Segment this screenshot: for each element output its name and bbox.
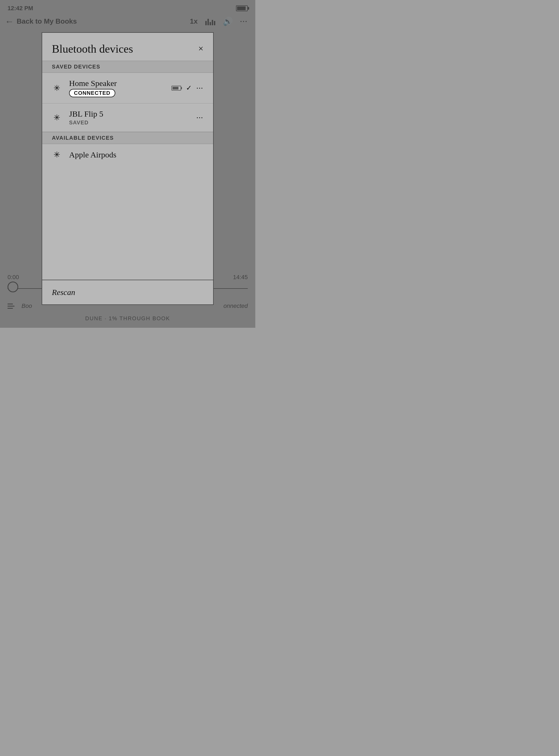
device-apple-airpods[interactable]: ✳ Apple Airpods: [42, 144, 213, 165]
modal-title: Bluetooth devices: [52, 42, 133, 55]
jbl-actions: ···: [197, 114, 204, 121]
jbl-info: JBL Flip 5 SAVED: [69, 109, 197, 126]
saved-devices-header: SAVED DEVICES: [42, 61, 213, 73]
modal-footer: Rescan: [42, 280, 213, 304]
close-button[interactable]: ×: [198, 44, 203, 53]
airpods-name: Apple Airpods: [69, 150, 203, 159]
available-devices-label: AVAILABLE DEVICES: [52, 135, 114, 141]
bluetooth-modal: Bluetooth devices × SAVED DEVICES ✳ Home…: [42, 32, 214, 305]
device-jbl-flip5[interactable]: ✳ JBL Flip 5 SAVED ···: [42, 104, 213, 132]
bluetooth-icon-home-speaker: ✳: [52, 83, 62, 93]
home-speaker-status: CONNECTED: [69, 89, 115, 97]
home-speaker-actions: ✓ ···: [172, 84, 204, 92]
home-speaker-info: Home Speaker CONNECTED: [69, 79, 172, 97]
home-speaker-battery-icon: [172, 86, 181, 91]
jbl-name: JBL Flip 5: [69, 109, 197, 118]
rescan-button[interactable]: Rescan: [52, 288, 75, 297]
home-speaker-name: Home Speaker: [69, 79, 172, 88]
home-speaker-check-icon: ✓: [186, 84, 192, 92]
device-home-speaker[interactable]: ✳ Home Speaker CONNECTED ✓ ···: [42, 73, 213, 104]
airpods-info: Apple Airpods: [69, 150, 203, 159]
bluetooth-icon-jbl: ✳: [52, 113, 62, 122]
modal-content: SAVED DEVICES ✳ Home Speaker CONNECTED ✓…: [42, 61, 213, 280]
jbl-more-button[interactable]: ···: [197, 114, 204, 121]
available-devices-header: AVAILABLE DEVICES: [42, 132, 213, 144]
modal-header: Bluetooth devices ×: [42, 33, 213, 61]
jbl-status: SAVED: [69, 119, 197, 126]
saved-devices-label: SAVED DEVICES: [52, 64, 100, 70]
bluetooth-icon-airpods: ✳: [52, 150, 62, 159]
home-speaker-more-button[interactable]: ···: [197, 85, 204, 92]
